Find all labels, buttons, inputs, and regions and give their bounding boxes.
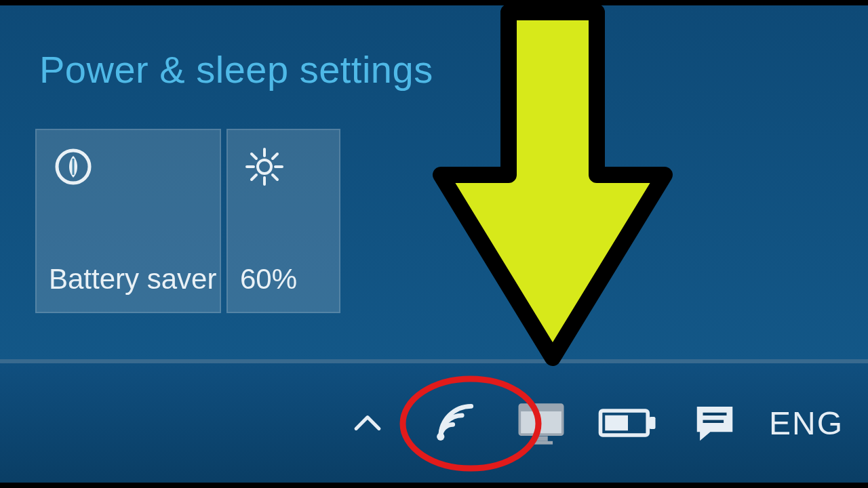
tray-overflow-button[interactable] [335,390,400,455]
quick-action-tiles: Battery saver [35,129,340,313]
battery-icon [597,405,658,441]
taskbar: ENG [0,363,868,483]
tray-language-button[interactable]: ENG [769,390,844,455]
leaf-circle-icon [52,145,95,188]
svg-line-9 [273,154,277,159]
letterbox-top [0,0,868,5]
svg-point-2 [258,160,271,174]
svg-rect-13 [519,405,562,411]
action-center-panel: Power & sleep settings Battery saver [0,5,868,363]
battery-saver-label: Battery saver [49,263,216,296]
battery-saver-tile[interactable]: Battery saver [35,129,221,313]
power-sleep-settings-link[interactable]: Power & sleep settings [39,47,433,92]
letterbox-bottom [0,483,868,488]
tray-battery-button[interactable] [595,390,660,455]
svg-line-7 [252,154,256,159]
svg-line-8 [273,175,277,180]
brightness-tile[interactable]: 60% [226,129,340,313]
tray-wifi-button[interactable] [422,390,487,455]
svg-line-10 [252,175,256,180]
brightness-icon [243,145,286,188]
screenshot-stage: Power & sleep settings Battery saver [0,0,868,488]
wifi-icon [430,399,479,447]
svg-rect-17 [650,417,656,429]
chevron-up-icon [349,405,386,441]
action-center-icon [691,399,738,447]
svg-rect-15 [530,441,553,445]
brightness-label: 60% [240,263,297,296]
monitor-icon [515,396,568,449]
svg-rect-18 [605,415,628,431]
system-tray: ENG [335,363,868,483]
tray-display-button[interactable] [509,390,574,455]
tray-action-center-button[interactable] [682,390,747,455]
svg-rect-14 [534,436,548,441]
